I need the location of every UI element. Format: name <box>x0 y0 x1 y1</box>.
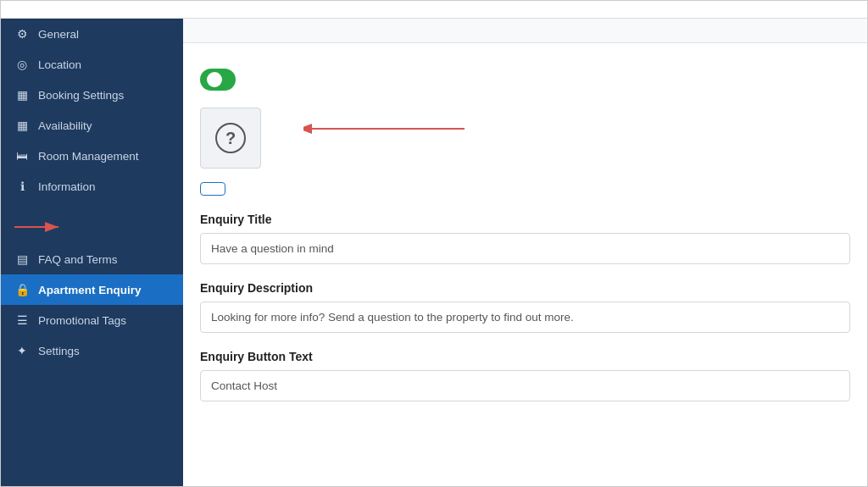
availability-icon: ▦ <box>14 119 30 132</box>
settings-icon: ✦ <box>14 344 30 357</box>
enquiry-description-label: Enquiry Description <box>200 281 850 295</box>
sidebar-label-location: Location <box>38 58 81 71</box>
enquiry-button-section: Enquiry Button Text <box>200 350 850 401</box>
enquiry-title-input[interactable] <box>200 233 850 264</box>
general-icon: ⚙ <box>14 27 30 41</box>
sidebar-item-promotional-tags[interactable]: ☰Promotional Tags <box>1 305 183 335</box>
sidebar-label-booking-settings: Booking Settings <box>38 89 124 102</box>
sidebar-item-apartment-enquiry[interactable]: 🔒Apartment Enquiry <box>1 274 183 305</box>
top-bar <box>1 1 867 19</box>
toggle-circle <box>207 72 222 87</box>
red-arrow-annotation <box>303 116 473 141</box>
sidebar-item-settings[interactable]: ✦Settings <box>1 335 183 366</box>
sidebar-item-faq-and-terms[interactable]: ▤FAQ and Terms <box>1 244 183 274</box>
content-area: ? <box>183 19 867 486</box>
sidebar-label-general: General <box>38 28 79 41</box>
sidebar-label-faq-and-terms: FAQ and Terms <box>38 253 118 266</box>
add-icon-button[interactable] <box>200 182 225 196</box>
content-header <box>183 19 867 43</box>
icon-preview-area: ? <box>200 108 850 169</box>
booking-settings-icon: ▦ <box>14 88 30 102</box>
enable-toggle[interactable] <box>200 69 236 91</box>
enquiry-description-section: Enquiry Description <box>200 281 850 333</box>
enquiry-button-input[interactable] <box>200 370 850 401</box>
sidebar-label-room-management: Room Management <box>38 150 139 163</box>
faq-and-terms-icon: ▤ <box>14 252 30 266</box>
room-management-icon: 🛏 <box>14 149 30 163</box>
sidebar-item-availability[interactable]: ▦Availability <box>1 110 183 141</box>
location-icon: ◎ <box>14 58 30 71</box>
enquiry-button-label: Enquiry Button Text <box>200 350 850 363</box>
sidebar-label-promotional-tags: Promotional Tags <box>38 314 126 327</box>
sidebar-label-information: Information <box>38 180 96 193</box>
sidebar-red-arrow <box>1 202 183 244</box>
apartment-enquiry-icon: 🔒 <box>14 283 30 296</box>
sidebar-item-information[interactable]: ℹInformation <box>1 171 183 202</box>
sidebar-label-settings: Settings <box>38 345 80 357</box>
sidebar-item-general[interactable]: ⚙General <box>1 19 183 49</box>
question-icon: ? <box>215 123 246 153</box>
toggle-row <box>200 69 850 91</box>
content-body: ? <box>183 43 867 435</box>
app-container: ⚙General◎Location▦Booking Settings▦Avail… <box>0 0 868 487</box>
sidebar-item-booking-settings[interactable]: ▦Booking Settings <box>1 80 183 110</box>
main-layout: ⚙General◎Location▦Booking Settings▦Avail… <box>1 19 867 486</box>
promotional-tags-icon: ☰ <box>14 313 30 327</box>
enquiry-title-section: Enquiry Title <box>200 213 850 264</box>
information-icon: ℹ <box>14 180 30 193</box>
enquiry-title-label: Enquiry Title <box>200 213 850 226</box>
sidebar-item-room-management[interactable]: 🛏Room Management <box>1 141 183 171</box>
enquiry-description-input[interactable] <box>200 302 850 333</box>
icon-preview-box: ? <box>200 108 261 169</box>
sidebar-label-apartment-enquiry: Apartment Enquiry <box>38 284 142 296</box>
sidebar-item-location[interactable]: ◎Location <box>1 49 183 80</box>
sidebar: ⚙General◎Location▦Booking Settings▦Avail… <box>1 19 183 486</box>
enable-section <box>200 69 850 91</box>
sidebar-label-availability: Availability <box>38 119 92 132</box>
icon-section: ? <box>200 108 850 196</box>
